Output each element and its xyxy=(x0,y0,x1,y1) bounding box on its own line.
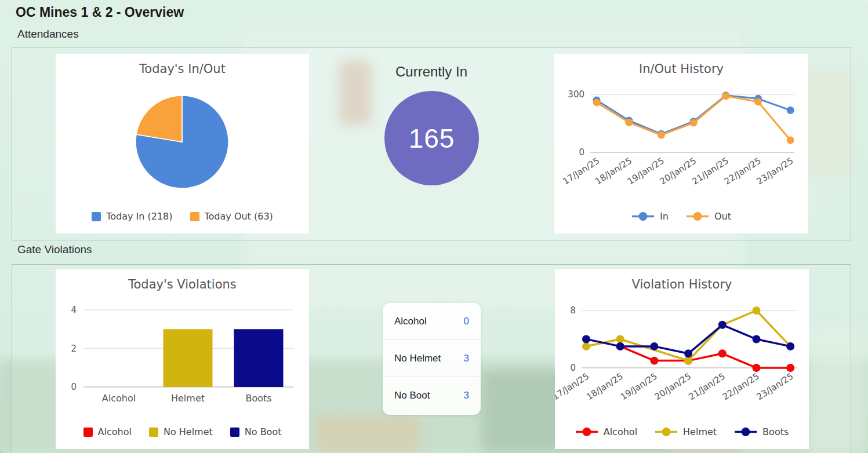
todays-violations-title: Today's Violations xyxy=(56,277,309,291)
legend-item[interactable]: No Boot xyxy=(230,426,282,437)
summary-label: No Helmet xyxy=(394,353,441,364)
svg-text:22/Jan/25: 22/Jan/25 xyxy=(722,155,763,187)
violation-summary-card: Alcohol 0 No Helmet 3 No Boot 3 xyxy=(383,303,481,415)
svg-text:8: 8 xyxy=(570,305,576,316)
legend-item[interactable]: Boots xyxy=(734,426,789,437)
inout-history-legend: InOut xyxy=(554,211,808,222)
todays-inout-legend: Today In (218)Today Out (63) xyxy=(56,211,309,222)
svg-text:22/Jan/25: 22/Jan/25 xyxy=(721,371,761,402)
svg-text:18/Jan/25: 18/Jan/25 xyxy=(584,371,625,402)
summary-value: 3 xyxy=(464,390,469,401)
section-label-attendances: Attendances xyxy=(17,28,79,41)
summary-value: 0 xyxy=(464,316,469,327)
currently-in-value: 165 xyxy=(409,123,455,154)
legend-item[interactable]: Today Out (63) xyxy=(190,211,273,222)
svg-text:23/Jan/25: 23/Jan/25 xyxy=(755,155,796,187)
todays-violations-bar-chart: 420AlcoholHelmetBoots xyxy=(56,269,309,449)
legend-item[interactable]: Today In (218) xyxy=(92,211,172,222)
legend-label: Today In (218) xyxy=(106,211,172,222)
svg-text:17/Jan/25: 17/Jan/25 xyxy=(561,155,601,187)
inout-history-card: In/Out History 300017/Jan/2518/Jan/2519/… xyxy=(554,54,808,233)
svg-text:0: 0 xyxy=(71,382,77,392)
svg-text:4: 4 xyxy=(71,305,77,315)
svg-text:20/Jan/25: 20/Jan/25 xyxy=(653,371,693,402)
todays-inout-card: Today's In/Out Today In (218)Today Out (… xyxy=(56,54,309,233)
legend-line-marker xyxy=(734,427,757,437)
svg-text:Boots: Boots xyxy=(245,393,271,404)
svg-text:23/Jan/25: 23/Jan/25 xyxy=(755,371,796,402)
legend-label: No Boot xyxy=(245,426,282,437)
summary-label: Alcohol xyxy=(394,316,427,327)
legend-label: In xyxy=(660,211,669,222)
legend-line-marker xyxy=(631,211,655,221)
violation-history-line-chart: 8017/Jan/2518/Jan/2519/Jan/2520/Jan/2521… xyxy=(555,269,809,449)
svg-text:Alcohol: Alcohol xyxy=(102,393,136,404)
svg-text:2: 2 xyxy=(71,344,77,354)
svg-text:20/Jan/25: 20/Jan/25 xyxy=(658,155,699,187)
svg-text:0: 0 xyxy=(579,147,584,158)
svg-text:0: 0 xyxy=(570,363,576,373)
svg-text:17/Jan/25: 17/Jan/25 xyxy=(555,371,591,402)
svg-text:18/Jan/25: 18/Jan/25 xyxy=(593,155,634,187)
page-title: OC Mines 1 & 2 - Overview xyxy=(16,5,184,20)
legend-item[interactable]: Alcohol xyxy=(83,426,132,437)
currently-in-title: Currently In xyxy=(359,64,504,80)
legend-line-marker xyxy=(655,427,678,437)
legend-item[interactable]: Out xyxy=(686,211,731,222)
svg-text:19/Jan/25: 19/Jan/25 xyxy=(626,155,666,187)
todays-violations-legend: AlcoholNo HelmetNo Boot xyxy=(56,426,309,437)
inout-history-title: In/Out History xyxy=(554,62,808,76)
legend-swatch xyxy=(190,212,199,221)
svg-text:Helmet: Helmet xyxy=(171,393,205,404)
legend-swatch xyxy=(149,428,158,437)
legend-swatch xyxy=(92,212,101,221)
legend-label: Alcohol xyxy=(98,426,132,437)
todays-inout-title: Today's In/Out xyxy=(56,62,309,76)
legend-label: Helmet xyxy=(683,426,717,437)
legend-label: Alcohol xyxy=(604,426,637,437)
legend-line-marker xyxy=(686,211,709,221)
summary-row-no-boot: No Boot 3 xyxy=(383,377,481,414)
svg-text:300: 300 xyxy=(568,89,584,100)
legend-line-marker xyxy=(575,427,598,437)
svg-text:21/Jan/25: 21/Jan/25 xyxy=(687,371,727,402)
legend-swatch xyxy=(230,428,239,437)
legend-label: No Helmet xyxy=(164,426,213,437)
summary-value: 3 xyxy=(464,353,469,364)
summary-row-alcohol: Alcohol 0 xyxy=(383,303,481,340)
legend-item[interactable]: In xyxy=(631,211,669,222)
violation-history-card: Violation History 8017/Jan/2518/Jan/2519… xyxy=(555,269,809,449)
violation-history-legend: AlcoholHelmetBoots xyxy=(555,426,809,437)
inout-history-line-chart: 300017/Jan/2518/Jan/2519/Jan/2520/Jan/25… xyxy=(554,54,808,233)
currently-in-circle: 165 xyxy=(384,91,479,185)
dashboard-page: OC Mines 1 & 2 - Overview Attendances Ga… xyxy=(0,0,868,453)
legend-label: Out xyxy=(714,211,731,222)
todays-inout-pie-chart xyxy=(56,54,309,233)
legend-item[interactable]: No Helmet xyxy=(149,426,213,437)
svg-text:21/Jan/25: 21/Jan/25 xyxy=(690,155,731,187)
legend-swatch xyxy=(83,428,93,437)
summary-row-no-helmet: No Helmet 3 xyxy=(383,340,481,377)
summary-label: No Boot xyxy=(394,390,430,401)
svg-text:19/Jan/25: 19/Jan/25 xyxy=(619,371,659,402)
violation-history-title: Violation History xyxy=(555,277,809,291)
todays-violations-card: Today's Violations 420AlcoholHelmetBoots… xyxy=(56,269,309,449)
legend-label: Boots xyxy=(762,426,789,437)
section-label-gate-violations: Gate Violations xyxy=(17,243,92,256)
legend-item[interactable]: Helmet xyxy=(655,426,717,437)
legend-item[interactable]: Alcohol xyxy=(575,426,637,437)
legend-label: Today Out (63) xyxy=(205,211,273,222)
